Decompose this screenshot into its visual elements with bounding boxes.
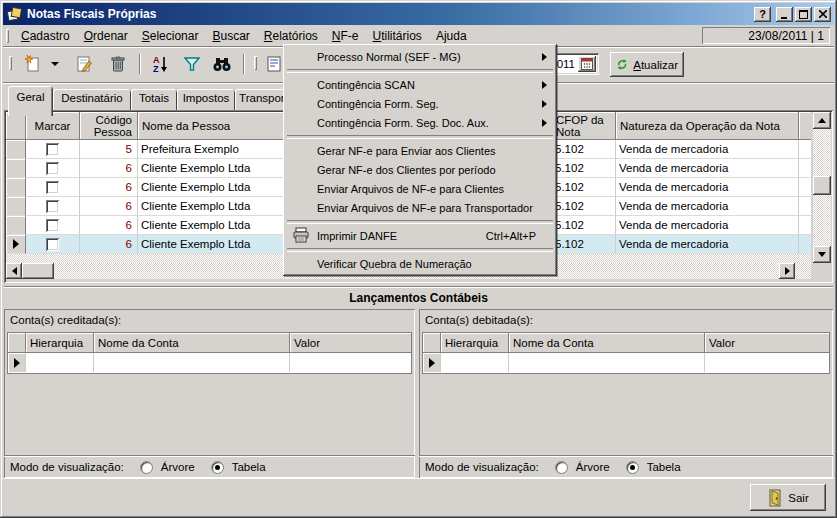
current-row-arrow-icon (13, 239, 19, 249)
row-checkbox[interactable] (46, 219, 59, 232)
menu-item-enviar-arquivos-transportador[interactable]: Enviar Arquivos de NF-e para Transportad… (286, 198, 554, 217)
exit-button[interactable]: Sair (750, 484, 826, 511)
app-window: Notas Fiscais Próprias ? Cadastro Ordena… (0, 0, 837, 518)
row-checkbox[interactable] (46, 162, 59, 175)
row-checkbox[interactable] (46, 200, 59, 213)
toolbar-grip[interactable] (9, 56, 12, 70)
sort-button[interactable]: A Z (145, 51, 175, 77)
search-button[interactable] (207, 51, 237, 77)
menu-item-enviar-arquivos-clientes[interactable]: Enviar Arquivos de NF-e para Clientes (286, 179, 554, 198)
cell-natureza: Venda de mercadoria (616, 159, 799, 178)
menubar-grip[interactable] (6, 29, 9, 43)
submenu-arrow-icon (542, 100, 547, 108)
column-header-hierarquia[interactable]: Hierarquia (441, 333, 509, 353)
report-icon (264, 54, 284, 74)
refresh-button[interactable]: Atualizar (610, 52, 684, 77)
new-record-button[interactable] (17, 51, 47, 77)
row-indicator (6, 159, 26, 178)
column-header-valor[interactable]: Valor (290, 333, 411, 353)
menu-item-verificar-quebra[interactable]: Verificar Quebra de Numeração (286, 254, 554, 273)
tab-geral[interactable]: Geral (8, 86, 53, 116)
filter-button[interactable] (177, 51, 207, 77)
menu-nfe[interactable]: NF-e (325, 27, 366, 45)
binoculars-icon (211, 54, 233, 74)
menu-separator (286, 217, 554, 226)
radio-arvore-label: Árvore (576, 461, 610, 473)
cell-codigo: 6 (80, 216, 138, 235)
column-header-cfop[interactable]: CFOP da Nota (552, 112, 616, 140)
refresh-label: Atualizar (633, 59, 678, 71)
view-mode-bar: Modo de visualização: Árvore Tabela (4, 455, 415, 478)
current-row-arrow-icon (14, 358, 20, 368)
maximize-button[interactable] (795, 7, 812, 22)
toolbar-grip[interactable] (254, 56, 257, 70)
credited-accounts-label: Conta(s) creditada(s): (10, 314, 121, 326)
column-header-codigo[interactable]: Código Pessoa (80, 112, 138, 140)
close-button[interactable] (814, 7, 831, 22)
radio-arvore[interactable] (140, 461, 153, 474)
submenu-arrow-icon (542, 119, 547, 127)
menu-item-gerar-nfe-enviar-clientes[interactable]: Gerar NF-e para Enviar aos Clientes (286, 141, 554, 160)
cell-natureza: Venda de mercadoria (616, 178, 799, 197)
menu-separator (286, 66, 554, 75)
menu-item-contingencia-scan[interactable]: Contingência SCAN (286, 75, 554, 94)
sort-az-icon: A Z (150, 54, 170, 74)
new-record-dropdown[interactable] (48, 51, 62, 77)
horizontal-scroll-thumb[interactable] (22, 263, 54, 279)
row-indicator-current (6, 235, 26, 254)
radio-tabela[interactable] (211, 461, 224, 474)
submenu-arrow-icon (542, 81, 547, 89)
menu-ordenar[interactable]: Ordenar (77, 27, 135, 45)
table-row[interactable] (423, 353, 829, 372)
scroll-right-icon (785, 267, 790, 275)
help-button[interactable]: ? (754, 7, 771, 22)
column-header-nome-conta[interactable]: Nome da Conta (509, 333, 705, 353)
vertical-scrollbar[interactable] (813, 112, 831, 263)
menu-item-gerar-nfe-clientes-periodo[interactable]: Gerar NF-e dos Clientes por período (286, 160, 554, 179)
column-header-hierarquia[interactable]: Hierarquia (26, 333, 94, 353)
column-header-nome-conta[interactable]: Nome da Conta (94, 333, 290, 353)
table-row[interactable] (8, 353, 411, 372)
radio-tabela[interactable] (626, 461, 639, 474)
row-checkbox[interactable] (46, 143, 59, 156)
scroll-down-icon (818, 252, 826, 257)
cell-codigo: 5 (80, 140, 138, 159)
column-header-natureza[interactable]: Natureza da Operação da Nota (616, 112, 799, 140)
edit-record-button[interactable] (69, 51, 99, 77)
view-mode-bar: Modo de visualização: Árvore Tabela (419, 455, 833, 478)
cell-cfop: 5.102 (552, 159, 616, 178)
credited-accounts-panel: Conta(s) creditada(s): Hierarquia Nome d… (4, 309, 415, 478)
calendar-button[interactable] (578, 56, 596, 72)
menu-buscar[interactable]: Buscar (205, 27, 256, 45)
radio-arvore[interactable] (555, 461, 568, 474)
minimize-button[interactable] (776, 7, 793, 22)
row-checkbox[interactable] (46, 181, 59, 194)
row-indicator (6, 178, 26, 197)
calendar-icon (581, 58, 593, 70)
cell-natureza: Venda de mercadoria (616, 140, 799, 159)
chevron-down-icon (51, 62, 59, 66)
menu-cadastro[interactable]: Cadastro (14, 27, 77, 45)
menu-item-processo-normal[interactable]: Processo Normal (SEF - MG) (286, 47, 554, 66)
row-indicator-current (8, 353, 26, 372)
printer-icon (292, 227, 312, 244)
menu-utilitarios[interactable]: Utilitários (366, 27, 429, 45)
view-mode-label: Modo de visualização: (10, 461, 124, 473)
delete-record-button[interactable] (103, 51, 133, 77)
menu-item-imprimir-danfe[interactable]: Imprimir DANFE Ctrl+Alt+P (286, 226, 554, 245)
menu-relatorios[interactable]: Relatórios (257, 27, 325, 45)
toolbar-separator (139, 54, 141, 74)
menu-item-contingencia-form-seg-doc-aux[interactable]: Contingência Form. Seg. Doc. Aux. (286, 113, 554, 132)
column-header-valor[interactable]: Valor (705, 333, 829, 353)
menu-item-contingencia-form-seg[interactable]: Contingência Form. Seg. (286, 94, 554, 113)
column-header-marcar[interactable]: Marcar (26, 112, 80, 140)
menu-shortcut: Ctrl+Alt+P (486, 230, 536, 242)
menu-selecionar[interactable]: Selecionar (135, 27, 206, 45)
vertical-scroll-thumb[interactable] (813, 176, 831, 195)
submenu-arrow-icon (542, 53, 547, 61)
filter-icon (182, 54, 202, 74)
row-checkbox[interactable] (46, 238, 59, 251)
exit-label: Sair (788, 492, 808, 504)
menu-ajuda[interactable]: Ajuda (429, 27, 474, 45)
debited-accounts-label: Conta(s) debitada(s): (425, 314, 533, 326)
